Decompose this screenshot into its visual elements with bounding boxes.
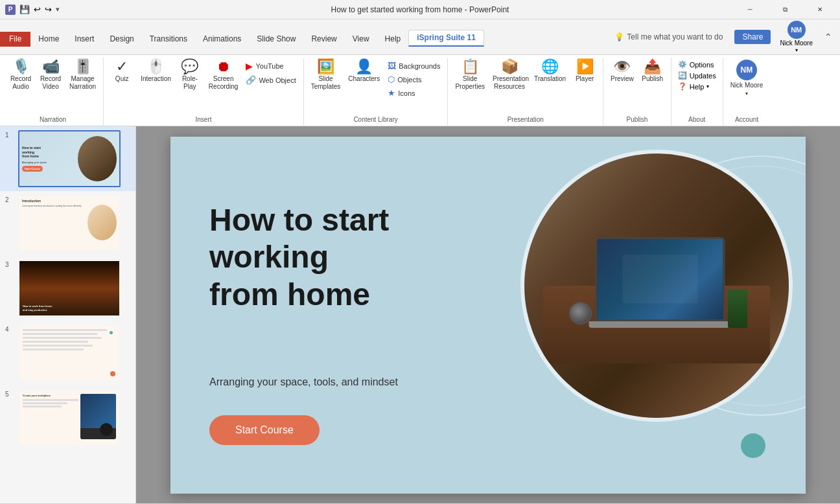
presentation-resources-button[interactable]: 📦 PresentationResources [489, 58, 530, 93]
slide-properties-icon: 📋 [461, 60, 479, 74]
ribbon-tabs: File Home Insert Design Transitions Anim… [0, 27, 603, 47]
undo-icon[interactable]: ↩ [34, 5, 41, 14]
tab-animations[interactable]: Animations [195, 32, 249, 47]
content-library-group-label: Content Library [308, 115, 444, 123]
canvas-area: How to startworkingfrom home Arranging y… [136, 126, 840, 503]
publish-items: 👁️ Preview 📤 Publish [607, 58, 667, 115]
objects-icon: ⬡ [388, 74, 395, 84]
content-library-small: 🖼 Backgrounds ⬡ Objects ★ Icons [384, 58, 443, 99]
tab-file[interactable]: File [0, 32, 30, 47]
main-area: 1 How to startworkingfrom home Arranging… [0, 126, 840, 503]
characters-button[interactable]: 👤 Characters [345, 58, 383, 85]
share-button[interactable]: Share [734, 30, 771, 44]
about-items: ⚙️ Options 🔄 Updates ❓ Help ▾ [675, 58, 719, 115]
ribbon-collapse-button[interactable]: ⌃ [822, 32, 835, 42]
slide-thumb-1[interactable]: 1 How to startworkingfrom home Arranging… [0, 126, 135, 191]
icons-icon: ★ [388, 88, 395, 98]
tab-view[interactable]: View [345, 32, 377, 47]
tab-help[interactable]: Help [377, 32, 409, 47]
record-audio-button[interactable]: 🎙️ RecordAudio [6, 58, 35, 93]
web-object-button[interactable]: 🔗 Web Object [242, 74, 299, 86]
player-button[interactable]: ▶️ Player [570, 58, 599, 85]
tell-me-text[interactable]: Tell me what you want to do [627, 32, 723, 41]
slide-num-3: 3 [5, 260, 14, 268]
slide-thumb-2[interactable]: 2 Introduction Lorem ipsum text about in… [0, 191, 135, 256]
preview-button[interactable]: 👁️ Preview [607, 58, 637, 85]
tab-transitions[interactable]: Transitions [142, 32, 195, 47]
ribbon: 🎙️ RecordAudio 📹 RecordVideo 🎚️ ManageNa… [0, 55, 840, 126]
screenrec-icon: ⏺ [216, 60, 231, 74]
options-button[interactable]: ⚙️ Options [675, 60, 719, 69]
avatar: NM [788, 21, 806, 39]
redo-icon[interactable]: ↪ [45, 5, 52, 14]
tab-insert[interactable]: Insert [67, 32, 102, 47]
ribbon-actions: 💡 Tell me what you want to do Share NM N… [603, 19, 840, 54]
interaction-button[interactable]: 🖱️ Interaction [137, 58, 174, 85]
narration-items: 🎙️ RecordAudio 📹 RecordVideo 🎚️ ManageNa… [6, 58, 99, 115]
translation-button[interactable]: 🌐 Translation [531, 58, 569, 85]
slide-img-1: How to startworkingfrom home Arranging y… [18, 130, 121, 187]
publish-button[interactable]: 📤 Publish [638, 58, 667, 85]
content-library-items: 🖼️ SlideTemplates 👤 Characters 🖼 Backgro… [308, 58, 444, 115]
help-icon: ❓ [678, 82, 687, 91]
nick-moore-button[interactable]: NM Nick Moore ▾ [727, 58, 767, 98]
icons-button[interactable]: ★ Icons [384, 87, 443, 99]
tab-design[interactable]: Design [102, 32, 141, 47]
about-group-label: About [675, 115, 719, 123]
screen-recording-button[interactable]: ⏺ ScreenRecording [205, 58, 242, 93]
tab-ispring[interactable]: iSpring Suite 11 [408, 30, 484, 47]
manage-narration-button[interactable]: 🎚️ ManageNarration [66, 58, 99, 93]
title-bar-right: ─ ⧉ ✕ [735, 0, 835, 19]
tab-slideshow[interactable]: Slide Show [249, 32, 303, 47]
account-group-label: Account [727, 115, 767, 123]
quiz-button[interactable]: ✓ Quiz [108, 58, 136, 85]
customize-icon[interactable]: ▾ [56, 5, 60, 14]
close-button[interactable]: ✕ [805, 0, 835, 19]
slide-num-4: 4 [5, 325, 14, 333]
mic-icon: 🎙️ [12, 60, 30, 74]
web-object-icon: 🔗 [246, 75, 256, 85]
slide-panel[interactable]: 1 How to startworkingfrom home Arranging… [0, 126, 136, 503]
help-button[interactable]: ❓ Help ▾ [675, 82, 719, 91]
youtube-button[interactable]: ▶ YouTube [242, 60, 299, 73]
updates-icon: 🔄 [678, 71, 687, 80]
slide-thumb-5[interactable]: 5 Create your workplace [0, 385, 135, 450]
role-play-button[interactable]: 💬 Role-Play [176, 58, 204, 93]
slide-img-2: Introduction Lorem ipsum text about intr… [18, 195, 121, 252]
characters-icon: 👤 [355, 60, 373, 74]
backgrounds-icon: 🖼 [388, 61, 396, 71]
narration-group-label: Narration [6, 115, 99, 123]
restore-button[interactable]: ⧉ [770, 0, 800, 19]
slide-thumb-4[interactable]: 4 [0, 321, 135, 385]
translation-icon: 🌐 [541, 60, 559, 74]
slide-thumb-3[interactable]: 3 How to work from homeand stay producti… [0, 256, 135, 321]
tab-home[interactable]: Home [30, 32, 67, 47]
player-icon: ▶️ [576, 60, 594, 74]
account-name: Nick Moore [780, 40, 813, 47]
slide-img-4 [18, 325, 121, 382]
app-icon: P [5, 5, 16, 15]
deco-circle-teal [741, 433, 765, 458]
backgrounds-button[interactable]: 🖼 Backgrounds [384, 60, 443, 72]
quiz-icon: ✓ [116, 60, 128, 74]
account-button[interactable]: NM Nick Moore ▾ [776, 19, 817, 54]
tab-review[interactable]: Review [303, 32, 344, 47]
user-avatar: NM [736, 60, 757, 80]
ribbon-group-narration: 🎙️ RecordAudio 📹 RecordVideo 🎚️ ManageNa… [3, 58, 104, 126]
slide-canvas[interactable]: How to startworkingfrom home Arranging y… [170, 137, 806, 494]
save-icon[interactable]: 💾 [19, 5, 30, 14]
record-video-button[interactable]: 📹 RecordVideo [36, 58, 65, 93]
slide-properties-button[interactable]: 📋 SlideProperties [452, 58, 488, 93]
tell-me-bar[interactable]: 💡 Tell me what you want to do [608, 32, 729, 41]
slide-templates-button[interactable]: 🖼️ SlideTemplates [308, 58, 344, 93]
insert-group-label: Insert [108, 115, 299, 123]
preview-icon: 👁️ [613, 60, 631, 74]
slide-img-3: How to work from homeand stay productive [18, 260, 121, 317]
slide-num-1: 1 [5, 130, 14, 139]
minimize-button[interactable]: ─ [735, 0, 765, 19]
updates-button[interactable]: 🔄 Updates [675, 71, 719, 80]
start-course-button[interactable]: Start Course [209, 415, 320, 445]
objects-button[interactable]: ⬡ Objects [384, 73, 443, 86]
help-dropdown-icon: ▾ [706, 84, 709, 89]
ribbon-group-account: NM Nick Moore ▾ Account [723, 58, 771, 126]
